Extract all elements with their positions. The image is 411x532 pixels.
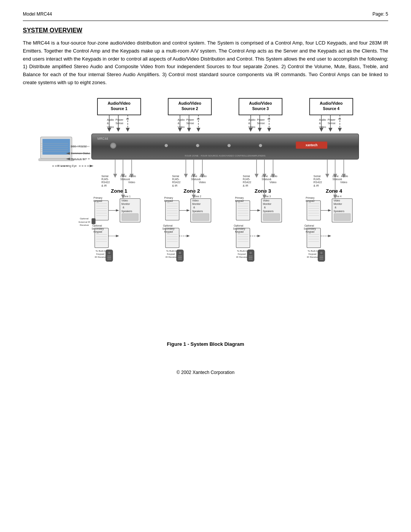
svg-text:IR Receiver: IR Receiver bbox=[307, 256, 319, 258]
svg-text:& IR: & IR bbox=[172, 184, 177, 187]
svg-text:Monitor: Monitor bbox=[192, 203, 201, 205]
svg-text:xantech: xantech bbox=[306, 144, 317, 147]
svg-text:Video: Video bbox=[319, 125, 326, 129]
svg-text:Audio: Audio bbox=[249, 118, 255, 121]
svg-text:Zone 3: Zone 3 bbox=[255, 188, 271, 194]
svg-point-67 bbox=[228, 144, 231, 147]
svg-text:Source 4: Source 4 bbox=[323, 107, 340, 111]
svg-text:Power: Power bbox=[328, 118, 336, 121]
svg-text:Optional: Optional bbox=[234, 224, 243, 227]
svg-text:Video: Video bbox=[199, 181, 206, 184]
svg-text:&: & bbox=[335, 206, 337, 209]
svg-text:Keypad: Keypad bbox=[306, 230, 314, 233]
svg-rect-295 bbox=[319, 257, 323, 258]
svg-text:IR: IR bbox=[197, 117, 199, 121]
page-number: Page: 5 bbox=[373, 11, 388, 17]
body-text: The MRC44 is a four-source four-zone aud… bbox=[23, 39, 388, 87]
svg-text:MRC44: MRC44 bbox=[97, 137, 108, 140]
svg-text:Zone 4: Zone 4 bbox=[326, 188, 342, 194]
svg-text:Audio/Video: Audio/Video bbox=[249, 101, 272, 105]
svg-point-293 bbox=[320, 252, 322, 254]
header-divider bbox=[23, 21, 388, 21]
svg-text:Status: Status bbox=[262, 177, 270, 181]
svg-text:DB9 / RS232: DB9 / RS232 bbox=[71, 145, 87, 148]
svg-text:Optional: Optional bbox=[92, 224, 102, 227]
svg-rect-194 bbox=[107, 259, 111, 259]
svg-text:Audio: Audio bbox=[178, 118, 185, 121]
diagram-svg: Audio/Video Source 1 Audio/Video Source … bbox=[23, 94, 388, 338]
figure-caption: Figure 1 - System Block Diagram bbox=[167, 341, 244, 347]
svg-point-65 bbox=[165, 144, 168, 147]
svg-text:Keypad: Keypad bbox=[96, 252, 105, 255]
svg-text:Source 3: Source 3 bbox=[252, 107, 269, 111]
svg-point-68 bbox=[259, 144, 262, 147]
svg-text:Optional: Optional bbox=[163, 224, 173, 227]
svg-text:Audio/Video: Audio/Video bbox=[178, 101, 201, 105]
svg-rect-226 bbox=[178, 256, 182, 256]
svg-rect-246 bbox=[263, 214, 280, 221]
footer: © 2002 Xantech Corporation bbox=[23, 370, 388, 383]
svg-text:Sense: Sense bbox=[257, 121, 264, 125]
svg-text:Optional: Optional bbox=[80, 217, 89, 220]
svg-rect-195 bbox=[166, 200, 179, 220]
svg-text:&: & bbox=[193, 206, 195, 209]
svg-text:Video: Video bbox=[192, 199, 199, 202]
svg-rect-227 bbox=[178, 257, 182, 258]
svg-text:To Built-In: To Built-In bbox=[96, 249, 106, 252]
svg-text:Speakers: Speakers bbox=[121, 209, 132, 212]
svg-text:IR Receiver: IR Receiver bbox=[166, 256, 178, 258]
svg-text:Secondary: Secondary bbox=[162, 227, 175, 230]
svg-text:Status: Status bbox=[332, 177, 340, 181]
svg-rect-212 bbox=[193, 214, 209, 221]
svg-text:&: & bbox=[249, 121, 250, 125]
svg-text:&: & bbox=[107, 121, 109, 125]
svg-text:& IR: & IR bbox=[101, 184, 107, 187]
svg-text:Keypad: Keypad bbox=[235, 230, 244, 233]
svg-text:&: & bbox=[123, 206, 124, 209]
svg-text:Secondary: Secondary bbox=[92, 227, 104, 230]
svg-text:Optional: Optional bbox=[304, 224, 314, 227]
svg-text:Primary: Primary bbox=[94, 196, 103, 199]
svg-text:Secondary: Secondary bbox=[233, 227, 245, 230]
svg-text:Video: Video bbox=[107, 125, 114, 129]
svg-text:Keypad: Keypad bbox=[238, 252, 246, 255]
svg-rect-262 bbox=[249, 259, 253, 259]
svg-text:Video: Video bbox=[334, 199, 340, 202]
svg-text:Primary: Primary bbox=[306, 196, 315, 199]
svg-text:Power: Power bbox=[257, 118, 265, 121]
svg-text:Keypad: Keypad bbox=[235, 200, 244, 203]
svg-text:Keypad: Keypad bbox=[308, 252, 317, 255]
svg-text:Keypad: Keypad bbox=[164, 230, 173, 233]
svg-text:Video: Video bbox=[340, 181, 347, 184]
svg-text:FOUR ZONE - FOUR SOURCE AUDIO/: FOUR ZONE - FOUR SOURCE AUDIO/VIDEO CONT… bbox=[185, 154, 266, 157]
svg-text:To Built-In: To Built-In bbox=[166, 249, 177, 252]
svg-rect-280 bbox=[334, 214, 350, 221]
svg-text:Sense: Sense bbox=[186, 121, 194, 125]
svg-text:Keypad: Keypad bbox=[306, 200, 314, 203]
svg-text:Primary: Primary bbox=[235, 196, 244, 199]
svg-text:Power: Power bbox=[186, 118, 194, 121]
svg-text:Monitor: Monitor bbox=[121, 203, 130, 205]
svg-text:Audio/Video: Audio/Video bbox=[320, 101, 342, 105]
svg-rect-192 bbox=[107, 256, 111, 256]
svg-point-259 bbox=[250, 252, 252, 254]
svg-text:Status: Status bbox=[120, 177, 128, 181]
svg-text:Video: Video bbox=[269, 181, 276, 184]
svg-text:Keypad: Keypad bbox=[167, 252, 175, 255]
svg-rect-294 bbox=[319, 256, 323, 256]
svg-text:Speakers: Speakers bbox=[334, 209, 345, 212]
svg-text:Status: Status bbox=[191, 177, 199, 181]
svg-text:Video: Video bbox=[263, 199, 269, 202]
svg-text:IR Receiver: IR Receiver bbox=[236, 256, 249, 258]
svg-text:Audio: Audio bbox=[319, 118, 326, 121]
svg-text:Sense: Sense bbox=[328, 121, 335, 125]
svg-text:IR: IR bbox=[268, 117, 270, 121]
svg-text:To Built-In: To Built-In bbox=[307, 249, 318, 252]
svg-text:&: & bbox=[178, 121, 180, 125]
svg-text:Secondary: Secondary bbox=[304, 227, 316, 230]
svg-point-191 bbox=[108, 252, 110, 254]
svg-text:Monitor: Monitor bbox=[263, 203, 272, 205]
svg-point-64 bbox=[111, 144, 115, 147]
svg-text:Audio/Video: Audio/Video bbox=[108, 101, 131, 105]
svg-rect-229 bbox=[236, 200, 250, 220]
